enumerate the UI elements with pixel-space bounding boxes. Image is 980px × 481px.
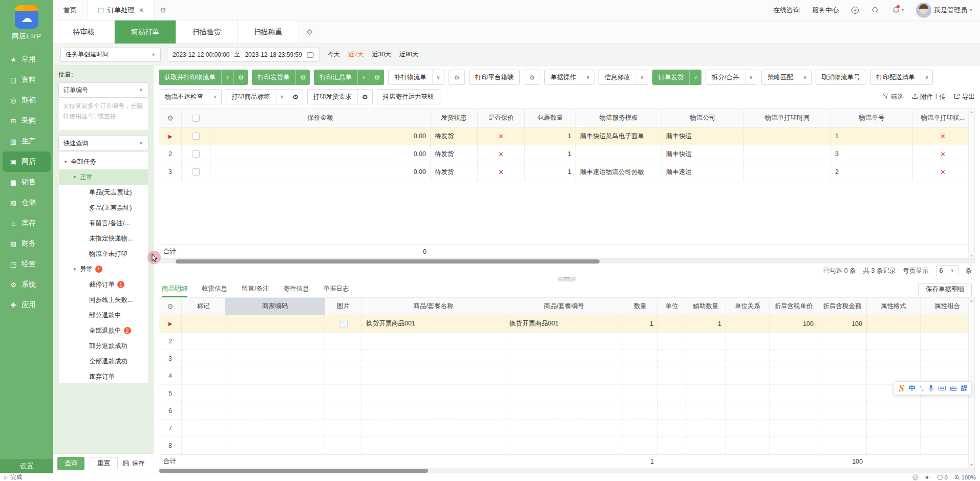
detail-column-header-数量[interactable]: 数量 — [623, 298, 658, 315]
per-page-select[interactable]: 6 ▼ — [936, 265, 958, 276]
detail-row[interactable]: 6 — [159, 402, 974, 420]
toolbar-button-打印商品标签[interactable]: 打印商品标签∨⚙ — [226, 89, 303, 104]
tree-node-截停订单[interactable]: 截停订单1 — [59, 277, 148, 292]
tab-receiver-info[interactable]: 收货信息 — [202, 281, 227, 297]
toolbox-icon[interactable] — [950, 385, 956, 391]
tab-scan-inspect[interactable]: 扫描验货 — [176, 20, 238, 43]
gear-icon[interactable]: ⚙ — [233, 70, 248, 85]
order-row[interactable]: 20.00待发货✕1顺丰快运3✕ — [159, 145, 974, 163]
sidebar-item-仓储[interactable]: ▧仓储 — [0, 192, 53, 213]
toolbar-button-取消物流单号[interactable]: 取消物流单号 — [816, 70, 866, 85]
tool-附件上传[interactable]: 附件上传 — [912, 93, 946, 101]
toolbar-button-拆分/合并[interactable]: 拆分/合并∨ — [706, 70, 757, 85]
sidebar-item-期初[interactable]: ◎期初 — [0, 90, 53, 111]
tree-node-物流单未打印[interactable]: 物流单未打印 — [59, 246, 148, 261]
toolbar-button-单据操作[interactable]: 单据操作∨ — [544, 70, 594, 85]
gear-icon[interactable]: ⚙ — [288, 90, 303, 104]
status-sound[interactable] — [925, 474, 931, 480]
toolbar-button-抖店寄件运力获取[interactable]: 抖店寄件运力获取 — [377, 89, 440, 104]
detail-column-header-商家编码[interactable]: 商家编码 — [225, 298, 325, 315]
ime-logo-icon[interactable]: S — [899, 383, 904, 394]
detail-hscroll-thumb[interactable] — [159, 469, 428, 473]
toolbar-button-获取并打印物流单[interactable]: 获取并打印物流单∨⚙ — [159, 70, 248, 85]
orders-vscrollbar[interactable]: ▲▼ — [968, 109, 974, 258]
scroll-down-icon[interactable]: ▼ — [970, 254, 973, 257]
detail-column-header-商品/套餐编号[interactable]: 商品/套餐编号 — [505, 298, 623, 315]
detail-column-header-单位关系[interactable]: 单位关系 — [726, 298, 770, 315]
search-icon[interactable] — [871, 6, 880, 14]
orders-hscroll-thumb[interactable] — [176, 259, 600, 264]
tree-node-单品(无言票址)[interactable]: 单品(无言票址) — [59, 185, 148, 200]
status-check[interactable] — [912, 474, 919, 480]
sidebar-item-财务[interactable]: ▨财务 — [0, 233, 53, 254]
online-consult-link[interactable]: 在线咨询 — [773, 6, 800, 15]
gear-icon[interactable]: ⚙ — [295, 70, 310, 85]
detail-column-header-标记[interactable]: 标记 — [182, 298, 225, 315]
chevron-down-icon[interactable]: ∨ — [221, 70, 233, 85]
gear-icon[interactable]: ⚙ — [370, 70, 385, 85]
tab-message-remark[interactable]: 留言/备注 — [242, 281, 269, 297]
settings-button[interactable]: 设置 — [0, 459, 53, 473]
sidebar-item-采购[interactable]: ⊞采购 — [0, 111, 53, 131]
tree-node-全部退款成功[interactable]: 全部退款成功 — [59, 354, 148, 369]
collapse-handle[interactable]: ••• — [558, 277, 576, 281]
tree-expand-icon[interactable]: ▼ — [72, 175, 77, 180]
scroll-up-icon[interactable]: ▲ — [970, 299, 973, 302]
tab-order-processing[interactable]: ▤ 订单处理 ✕ — [87, 0, 155, 20]
column-header-保价金额[interactable]: 保价金额 — [210, 109, 431, 127]
tool-筛选[interactable]: 筛选 — [883, 93, 904, 101]
quick-query-select[interactable]: 快速查询 ▼ — [58, 136, 148, 151]
column-header-物流单打印状...[interactable]: 物流单打印状... — [913, 109, 973, 127]
tab-document-log[interactable]: 单据日志 — [323, 281, 349, 297]
column-header-发货状态[interactable]: 发货状态 — [431, 109, 478, 127]
column-header-物流服务模板[interactable]: 物流服务模板 — [576, 109, 662, 127]
column-settings-gear[interactable]: ⚙ — [159, 109, 182, 127]
sidebar-item-经营[interactable]: ◳经营 — [0, 254, 53, 274]
detail-row[interactable]: 2 — [159, 333, 974, 350]
save-detail-button[interactable]: 保存单据明细 — [918, 283, 972, 296]
keyboard-icon[interactable] — [939, 385, 946, 391]
quick-range-today[interactable]: 今天 — [328, 50, 340, 59]
sidebar-item-库存[interactable]: ⌂库存 — [0, 213, 53, 233]
tabs-gear-icon[interactable]: ⚙ — [155, 6, 172, 14]
detail-row[interactable]: 5 — [159, 385, 974, 402]
detail-column-header-辅助数量[interactable]: 辅助数量 — [686, 298, 726, 315]
chevron-down-icon[interactable]: ∨ — [432, 70, 444, 84]
column-header-物流公司[interactable]: 物流公司 — [662, 109, 744, 127]
toolbar-button-物流不达检查[interactable]: 物流不达检查∨ — [159, 89, 222, 104]
detail-column-header-折后含税金额[interactable]: 折后含税金额 — [818, 298, 867, 315]
tree-node-多品(无言票址)[interactable]: 多品(无言票址) — [59, 200, 148, 215]
gear-icon[interactable]: ⚙ — [357, 90, 372, 104]
detail-hscrollbar[interactable] — [159, 468, 974, 473]
tree-node-全部退款中[interactable]: 全部退款中2 — [59, 323, 148, 338]
detail-row[interactable]: 4 — [159, 367, 974, 385]
detail-column-header-图片[interactable]: 图片 — [325, 298, 362, 315]
ime-lang-toggle[interactable]: 中 — [909, 384, 915, 393]
toolbar-button-打印发货要求[interactable]: 打印发货要求⚙ — [307, 89, 373, 104]
search-button[interactable]: 查询 — [57, 457, 84, 470]
sidebar-item-网店[interactable]: ▣网店 — [3, 151, 51, 172]
tab-simple-print[interactable]: 简易打单 — [115, 20, 176, 43]
tree-node-部分退款成功[interactable]: 部分退款成功 — [59, 338, 148, 354]
quick-range-30days[interactable]: 近30天 — [372, 50, 391, 59]
grid-icon[interactable] — [961, 385, 967, 391]
sidebar-item-销售[interactable]: ▦销售 — [0, 172, 53, 192]
quick-range-90days[interactable]: 近90天 — [399, 50, 418, 59]
tree-node-全部任务[interactable]: ▼全部任务 — [59, 154, 148, 169]
detail-row[interactable]: 3 — [159, 350, 974, 367]
detail-row[interactable]: ▶换货开票商品001换货开票商品00111100100 — [159, 315, 974, 333]
tree-node-异常[interactable]: ▼异常! — [59, 261, 148, 277]
ime-punctuation-toggle[interactable]: ’, — [920, 384, 924, 392]
toolbar-button-打印平台箱唛[interactable]: 打印平台箱唛 — [469, 70, 520, 85]
tree-node-同步线上失败...[interactable]: 同步线上失败... — [59, 292, 148, 308]
chevron-down-icon[interactable]: ∨ — [636, 70, 648, 84]
toolbar-button-补打物流单[interactable]: 补打物流单∨ — [388, 70, 444, 85]
tab-scan-weigh[interactable]: 扫描称重 — [238, 20, 299, 43]
tree-expand-icon[interactable]: ▼ — [72, 267, 77, 272]
date-field-select[interactable]: 任务单创建时间 ▼ — [60, 48, 161, 62]
status-zoom[interactable]: 100% — [954, 474, 976, 480]
chevron-down-icon[interactable]: ∨ — [357, 70, 370, 85]
order-number-textarea[interactable]: 支持复制多个订单编号，分隔符使用逗号','或空格 — [58, 98, 148, 130]
toolbar-button-打印汇总单[interactable]: 打印汇总单∨⚙ — [314, 70, 384, 85]
tree-node-废弃订单[interactable]: 废弃订单 — [59, 369, 148, 383]
